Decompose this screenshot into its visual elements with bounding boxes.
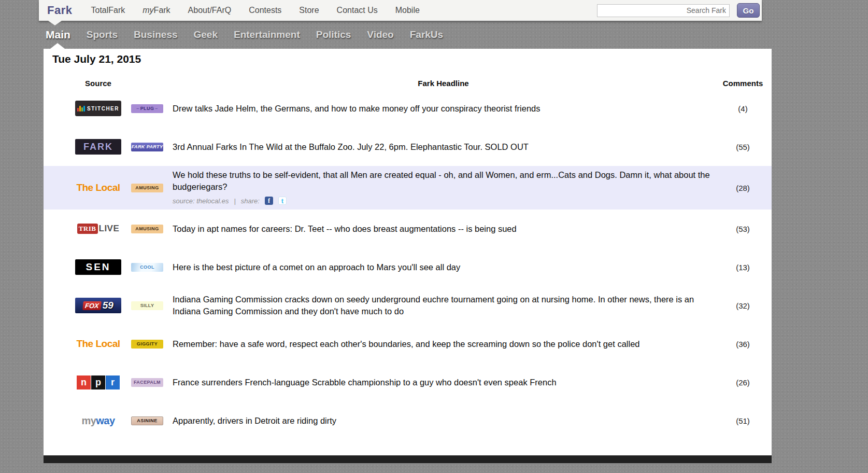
source-logo-fark[interactable]: FARK (75, 139, 121, 155)
comments-count-link[interactable]: (28) (714, 184, 772, 192)
nav-mobile[interactable]: Mobile (395, 6, 420, 15)
table-row: TRIB LIVE AMUSING Today in apt names for… (44, 210, 772, 248)
fox59-logo-fox: FOX (82, 301, 102, 310)
nav-myfark[interactable]: myFark (143, 6, 170, 15)
header-comments: Comments (714, 79, 772, 88)
npr-logo-p: p (91, 375, 105, 389)
nav-totalfark[interactable]: TotalFark (91, 6, 125, 15)
npr-logo-r: r (106, 375, 120, 389)
source-domain[interactable]: source: thelocal.es (173, 195, 229, 207)
tab-entertainment[interactable]: Entertainment (234, 29, 300, 40)
tab-business[interactable]: Business (134, 29, 177, 40)
table-row: FOX 59 SILLY Indiana Gaming Commission c… (44, 286, 772, 325)
headline-link[interactable]: Here is the best picture of a comet on a… (173, 261, 714, 273)
bottom-dark-strip (44, 455, 772, 463)
header-source: Source (75, 79, 121, 88)
triblive-logo-trib: TRIB (77, 224, 98, 234)
thelocal-logo-text: The Local (76, 338, 120, 350)
tag-amusing[interactable]: AMUSING (131, 184, 163, 192)
thelocal-logo-icon: The Local (75, 180, 121, 196)
search-go-button[interactable]: Go (737, 3, 760, 18)
nav-contact-us[interactable]: Contact Us (337, 6, 378, 15)
tab-sports[interactable]: Sports (87, 29, 118, 40)
stitcher-logo-text: STITCHER (87, 106, 119, 112)
triblive-logo-icon: TRIB LIVE (75, 221, 121, 236)
nav-contests[interactable]: Contests (249, 6, 281, 15)
tag-plug[interactable]: PLUG (131, 104, 163, 113)
tag-fark-party[interactable]: FARK PARTY (131, 143, 163, 151)
active-tab-notch (48, 21, 62, 25)
tab-main[interactable]: Main (46, 29, 70, 41)
source-logo-fox59[interactable]: FOX 59 (75, 298, 121, 313)
comments-count-link[interactable]: (4) (714, 104, 772, 113)
facebook-share-icon[interactable]: f (265, 197, 273, 205)
nav-about-farq[interactable]: About/FArQ (188, 6, 232, 15)
headline-link[interactable]: We hold these truths to be self-evident,… (173, 170, 710, 191)
comments-count-link[interactable]: (13) (714, 263, 772, 272)
top-nav-links: TotalFark myFark About/FArQ Contests Sto… (91, 6, 419, 15)
thelocal-logo-text: The Local (76, 182, 120, 193)
fark-logo-text: FARK (83, 142, 113, 152)
header-fark-headline: Fark Headline (173, 79, 714, 88)
myfark-rest: Fark (154, 6, 170, 15)
source-logo-stitcher[interactable]: STITCHER (75, 101, 121, 116)
headline-link[interactable]: Drew talks Jade Helm, the Germans, and h… (173, 103, 714, 115)
source-logo-triblive[interactable]: TRIB LIVE (75, 221, 121, 236)
separator: | (234, 195, 235, 207)
headline-link[interactable]: Remember: have a safe word, respect each… (173, 338, 714, 350)
headline-link[interactable]: France surrenders French-language Scrabb… (173, 377, 714, 388)
sen-logo-icon: SEN (75, 259, 121, 275)
comments-count-link[interactable]: (32) (714, 301, 772, 310)
active-section-notch (50, 43, 65, 49)
tag-cool[interactable]: COOL (131, 263, 163, 272)
headline-link[interactable]: Apparently, drivers in Detroit are ridin… (173, 415, 714, 427)
nav-store[interactable]: Store (299, 6, 319, 15)
comments-count-link[interactable]: (26) (714, 378, 772, 387)
tab-geek[interactable]: Geek (194, 29, 218, 40)
tab-farkus[interactable]: FarkUs (410, 29, 443, 40)
headline-link[interactable]: Today in apt names for careers: Dr. Teet… (173, 223, 714, 235)
comments-count-link[interactable]: (53) (714, 225, 772, 233)
tab-video[interactable]: Video (367, 29, 393, 40)
search-area: Go (597, 3, 760, 18)
content-area: Tue July 21, 2015 Source Fark Headline C… (44, 49, 772, 463)
fox59-logo-icon: FOX 59 (75, 298, 121, 313)
top-navigation-bar: Fark TotalFark myFark About/FArQ Contest… (39, 0, 762, 21)
table-row: FARK FARK PARTY 3rd Annual Farks In The … (44, 128, 772, 166)
source-logo-npr[interactable]: n p r (75, 374, 121, 390)
equalizer-bars-icon (77, 105, 85, 112)
tag-giggity[interactable]: GIGGITY (131, 340, 163, 349)
myway-logo-way: way (96, 415, 115, 427)
npr-logo-icon: n p r (75, 374, 121, 390)
tag-asinine[interactable]: ASININE (131, 416, 163, 425)
comments-count-link[interactable]: (55) (714, 143, 772, 151)
search-input[interactable] (597, 4, 730, 17)
source-logo-thelocal[interactable]: The Local (75, 336, 121, 352)
myway-logo-icon: my way (75, 413, 121, 428)
source-logo-sen[interactable]: SEN (75, 259, 121, 275)
myway-logo-my: my (81, 415, 96, 427)
table-row: SEN COOL Here is the best picture of a c… (44, 248, 772, 286)
tag-facepalm[interactable]: FACEPALM (131, 378, 163, 387)
stitcher-logo-icon: STITCHER (75, 101, 121, 116)
twitter-share-icon[interactable]: t (278, 197, 287, 205)
tag-silly[interactable]: SILLY (131, 301, 163, 310)
npr-logo-n: n (77, 375, 91, 389)
fark-logo-icon: FARK (75, 139, 121, 155)
source-share-line: source: thelocal.es | share: f t (173, 195, 714, 207)
tag-amusing[interactable]: AMUSING (131, 225, 163, 233)
source-logo-myway[interactable]: my way (75, 413, 121, 428)
section-navigation: Main Sports Business Geek Entertainment … (46, 21, 868, 49)
table-row: my way ASININE Apparently, drivers in De… (44, 401, 772, 440)
date-heading: Tue July 21, 2015 (52, 53, 772, 65)
comments-count-link[interactable]: (36) (714, 340, 772, 349)
comments-count-link[interactable]: (51) (714, 416, 772, 425)
tab-politics[interactable]: Politics (316, 29, 351, 40)
headline-link[interactable]: Indiana Gaming Commission cracks down on… (173, 294, 714, 317)
fark-logo[interactable]: Fark (47, 4, 72, 17)
source-logo-thelocal[interactable]: The Local (75, 180, 121, 196)
table-header-row: Source Fark Headline Comments (44, 77, 772, 89)
headline-block: We hold these truths to be self-evident,… (173, 169, 714, 207)
myfark-prefix: my (143, 6, 153, 15)
headline-link[interactable]: 3rd Annual Farks In The Wild at the Buff… (173, 141, 714, 153)
